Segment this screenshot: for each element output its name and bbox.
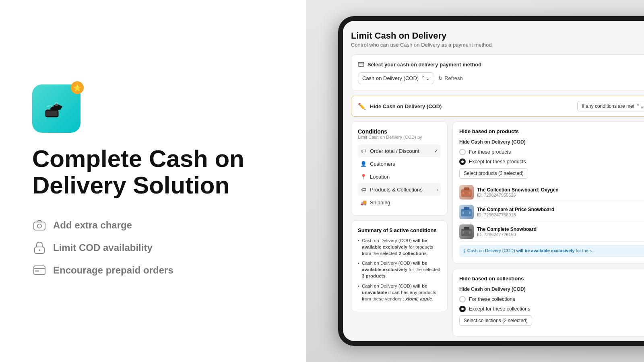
svg-point-2 [54, 102, 58, 106]
info-banner: ℹ Cash on Delivery (COD) will be availab… [459, 245, 644, 257]
svg-point-4 [37, 224, 41, 228]
radio-circle-except-products [459, 158, 466, 165]
svg-rect-19 [469, 212, 471, 214]
feature-list: Add extra charge Limit COD availability [32, 218, 274, 278]
svg-rect-15 [469, 192, 471, 194]
product-info-0: The Collection Snowboard: Oxygen ID: 729… [477, 187, 559, 197]
lock-icon [32, 241, 47, 255]
conditions-title: Conditions [358, 128, 441, 135]
product-info-1: The Compare at Price Snowboard ID: 72962… [477, 207, 554, 217]
product-thumb-2 [459, 224, 474, 239]
svg-rect-17 [464, 207, 469, 210]
hide-products-subtitle: Hide Cash on Delivery (COD) [459, 139, 644, 145]
radio-except-collections[interactable]: Except for these collections [459, 306, 644, 312]
svg-rect-23 [469, 231, 471, 234]
svg-rect-10 [358, 62, 364, 66]
condition-dropdown[interactable]: If any conditions are met ⌃⌄ [577, 101, 644, 111]
check-icon: ✓ [434, 148, 438, 154]
right-panel: Limit Cash on Delivery Control who can u… [306, 0, 644, 362]
radio-circle-for-products [459, 149, 466, 155]
condition-location[interactable]: 📍 Location [358, 170, 441, 183]
hide-products-panel: Hide based on products Hide Cash on Deli… [452, 121, 644, 264]
radio-for-collections[interactable]: For these collections [459, 296, 644, 302]
product-item-2: The Complete Snowboard ID: 7296247726150 [459, 222, 644, 242]
product-thumb-1 [459, 205, 474, 219]
col-right: Hide based on products Hide Cash on Deli… [452, 121, 644, 337]
svg-rect-1 [46, 111, 58, 116]
feature-item-charge: Add extra charge [32, 218, 274, 232]
tag2-icon: 🏷 [360, 186, 367, 193]
refresh-button[interactable]: ↻ Refresh [438, 75, 463, 81]
app-icon-wrapper: ⭐ [32, 84, 80, 133]
feature-label-limit: Limit COD availability [53, 242, 153, 253]
product-info-2: The Complete Snowboard ID: 7296247726150 [477, 226, 537, 237]
person-icon: 👤 [360, 160, 367, 167]
svg-rect-21 [464, 227, 469, 230]
payment-method-select[interactable]: Cash on Delivery (COD) ⌃⌄ [358, 72, 434, 84]
left-panel: ⭐ Complete Cash on Delivery Solution Add… [0, 0, 306, 362]
chevron-icon: ⌃⌄ [421, 75, 430, 81]
svg-rect-18 [462, 212, 464, 214]
star-badge: ⭐ [71, 81, 84, 94]
col-left: Conditions Limit Cash on Delivery (COD) … [351, 121, 448, 337]
hero-title: Complete Cash on Delivery Solution [32, 146, 274, 199]
feature-label-prepaid: Encourage prepaid orders [53, 265, 173, 276]
svg-point-6 [39, 249, 40, 251]
select-products-button[interactable]: Select products (3 selected) [459, 168, 528, 179]
feature-item-limit: Limit COD availability [32, 241, 274, 255]
pencil-icon: ✏️ [358, 103, 366, 110]
product-item-0: The Collection Snowboard: Oxygen ID: 729… [459, 183, 644, 202]
app-page-subtitle: Control who can use Cash on Delivery as … [351, 42, 644, 48]
hide-collections-title: Hide based on collections [459, 276, 644, 282]
svg-rect-3 [34, 222, 45, 230]
two-col-layout: Conditions Limit Cash on Delivery (COD) … [351, 121, 644, 337]
feature-item-prepaid: Encourage prepaid orders [32, 263, 274, 278]
condition-bar: ✏️ Hide Cash on Delivery (COD) If any co… [351, 96, 644, 117]
hide-products-title: Hide based on products [459, 128, 644, 134]
product-thumb-0 [459, 185, 474, 200]
pin-icon: 📍 [360, 173, 367, 180]
refresh-icon: ↻ [438, 75, 443, 81]
payment-method-section: Select your cash on delivery payment met… [351, 54, 644, 91]
dropdown-chevron: ⌃⌄ [636, 103, 644, 109]
radio-circle-for-collections [459, 296, 466, 302]
condition-bar-label: Hide Cash on Delivery (COD) [370, 103, 573, 109]
svg-rect-22 [462, 231, 464, 234]
summary-panel: Summary of 5 active conditions Cash on D… [351, 220, 448, 312]
radio-for-products[interactable]: For these products [459, 149, 644, 155]
card-icon [32, 263, 47, 278]
app-content: Limit Cash on Delivery Control who can u… [343, 21, 644, 341]
conditions-panel: Conditions Limit Cash on Delivery (COD) … [351, 121, 448, 216]
condition-products[interactable]: 🏷 Products & Collections › [358, 183, 441, 196]
app-header: Limit Cash on Delivery Control who can u… [351, 31, 644, 48]
condition-order-total[interactable]: 🏷 Order total / Discount ✓ [358, 144, 441, 157]
svg-rect-9 [35, 270, 39, 272]
app-page-title: Limit Cash on Delivery [351, 31, 644, 41]
radio-circle-except-collections [459, 306, 466, 312]
payment-method-header: Select your cash on delivery payment met… [358, 61, 644, 68]
select-collections-button[interactable]: Select collections (2 selected) [459, 315, 532, 326]
arrow-right-icon: › [437, 187, 438, 193]
tablet-screen: Limit Cash on Delivery Control who can u… [343, 21, 644, 341]
summary-title: Summary of 5 active conditions [358, 227, 441, 233]
summary-item-1: Cash on Delivery (COD) will be available… [358, 260, 441, 279]
svg-rect-14 [462, 192, 464, 194]
feature-label-charge: Add extra charge [53, 220, 132, 231]
hide-collections-panel: Hide based on collections Hide Cash on D… [452, 269, 644, 337]
camera-icon [32, 218, 47, 232]
truck-icon: 🚚 [360, 199, 367, 206]
product-item-1: The Compare at Price Snowboard ID: 72962… [459, 202, 644, 222]
info-icon: ℹ [463, 249, 465, 254]
hide-collections-subtitle: Hide Cash on Delivery (COD) [459, 286, 644, 292]
tag-icon: 🏷 [360, 148, 367, 154]
radio-except-products[interactable]: Except for these products [459, 158, 644, 165]
summary-item-2: Cash on Delivery (COD) will be unavailab… [358, 283, 441, 302]
conditions-subtitle: Limit Cash on Delivery (COD) by [358, 135, 441, 140]
summary-item-0: Cash on Delivery (COD) will be available… [358, 237, 441, 257]
condition-customers[interactable]: 👤 Customers [358, 157, 441, 170]
tablet-frame: Limit Cash on Delivery Control who can u… [338, 16, 644, 346]
condition-shipping[interactable]: 🚚 Shipping [358, 196, 441, 209]
payment-method-row: Cash on Delivery (COD) ⌃⌄ ↻ Refresh [358, 72, 644, 84]
svg-rect-13 [464, 187, 469, 190]
payment-icon [358, 61, 364, 68]
